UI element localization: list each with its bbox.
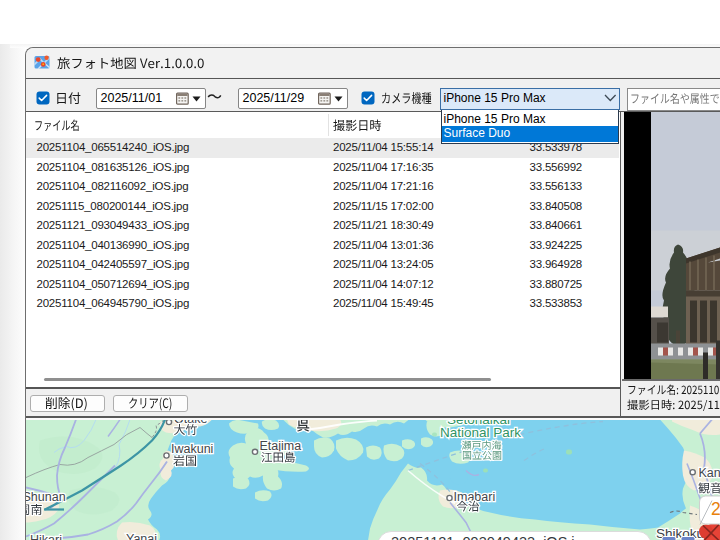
svg-text:Kanonji: Kanonji bbox=[699, 465, 720, 479]
svg-text:Shunan: Shunan bbox=[26, 490, 66, 504]
svg-text:Hikari: Hikari bbox=[30, 532, 62, 540]
svg-text:Iwakuni: Iwakuni bbox=[171, 442, 213, 456]
svg-text:2: 2 bbox=[711, 498, 720, 518]
svg-text:20251121_093049433_iOS.j: 20251121_093049433_iOS.j bbox=[391, 533, 575, 540]
svg-text:Etajima: Etajima bbox=[260, 439, 302, 453]
svg-text:National Park: National Park bbox=[440, 425, 521, 440]
svg-text:Yanai: Yanai bbox=[126, 531, 157, 540]
